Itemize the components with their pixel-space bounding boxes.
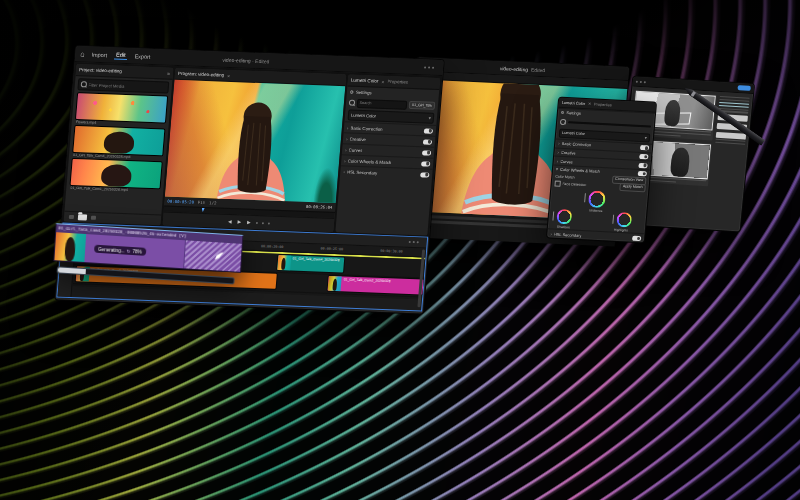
clip-thumbnail [54,232,86,262]
media-thumbnail [76,93,167,122]
midtones-wheel[interactable] [588,191,606,209]
export-frame-button[interactable] [268,222,270,224]
program-tab[interactable]: Program: video-editing [178,71,225,78]
chevron-right-icon: › [558,141,560,146]
back-window-title: video-editing [500,65,529,72]
section-label: HSL Secondary [347,169,378,175]
section-label: Basic Correction [350,125,383,131]
lumetri-search-row: Search 01_Girl_Talk [349,99,436,110]
chevron-right-icon: › [556,158,558,163]
toggle-hsl-secondary[interactable] [420,172,429,177]
timeline-clip-teal[interactable]: 01_Girl_Talk_Cam4_20250328 [277,255,345,273]
clip-label: 01_Girl_Talk_Cam4_20250328 [290,255,342,272]
extract-button[interactable] [262,222,264,224]
toggle-basic-correction[interactable] [640,145,649,150]
preset-label: Lumetri Color [351,113,377,119]
toggle-basic-correction[interactable] [424,128,433,133]
step-back-button[interactable]: ◀ [227,219,233,224]
ruler-tick: 00:00:25:00 [321,246,344,251]
toggle-creative[interactable] [639,154,648,159]
tab-properties[interactable]: Properties [594,101,612,107]
chevron-right-icon: › [550,231,552,236]
section-label: Color Wheels & Match [348,158,392,165]
generating-progress: 78% [132,249,141,255]
clip-thumbnail [277,255,291,270]
workspace-icons[interactable] [424,66,434,68]
section-label: Creative [561,150,576,156]
generating-badge: Generating... ↻ 78% [94,245,146,256]
midtones-slider[interactable] [584,194,586,203]
clip-thumbnail [328,276,342,291]
toggle-color-wheels[interactable] [638,171,647,176]
list-view-icon[interactable] [69,215,74,219]
chevron-right-icon: › [343,169,345,174]
chevron-right-icon: › [346,136,348,141]
highlights-slider[interactable] [612,215,614,224]
project-tab[interactable]: Project: video-editing [79,67,122,74]
media-item-cam1[interactable]: 01_Girl_Talk_Cam1_20250328.mp4 [70,159,161,193]
lift-button[interactable] [256,222,258,224]
close-icon[interactable]: × [381,78,384,84]
home-icon[interactable]: ⌂ [80,50,85,57]
search-input[interactable] [567,121,651,127]
chevron-right-icon: › [345,147,347,152]
new-item-icon[interactable] [91,216,96,220]
review-menu-dots [636,80,646,83]
playhead[interactable] [201,208,204,212]
render-progress-fill [58,267,86,274]
settings-row[interactable]: ⚙ Settings [347,86,440,100]
tab-properties[interactable]: Properties [387,79,408,85]
current-timecode[interactable]: 00:00:05:20 [167,199,194,205]
toggle-hsl-secondary[interactable] [632,235,641,240]
tab-edit[interactable]: Edit [114,50,128,59]
fit-dropdown[interactable]: Fit [198,200,206,205]
toggle-creative[interactable] [423,139,432,144]
share-button[interactable] [737,85,750,90]
highlights-wheel[interactable] [616,212,632,228]
project-tab-row: Project: video-editing ≡ [76,64,174,80]
selected-clip-chip[interactable]: 01_Girl_Talk [409,101,436,110]
settings-label: Settings [356,89,372,95]
resolution-dropdown[interactable]: 1/2 [209,200,217,205]
face-detection-checkbox[interactable] [554,181,560,187]
close-icon[interactable]: × [227,72,230,78]
play-button[interactable]: ▶ [236,219,242,224]
project-search[interactable]: Filter Project Media [77,78,169,93]
timeline-clip-magenta[interactable]: 01_Girl_Talk_Cam2_20250328 [328,276,424,295]
woman-silhouette [186,92,324,203]
search-icon [81,81,87,87]
program-monitor-panel: Program: video-editing × 00:00:05:20 [162,68,346,232]
section-label: Creative [349,136,366,142]
shadows-wheel[interactable] [556,209,572,225]
panel-menu-icon[interactable]: ≡ [167,70,170,76]
media-thumbnail [71,159,162,188]
clip-label: 01_Girl_Talk_Cam2_20250328 [341,276,393,293]
shadows-slider[interactable] [552,212,554,221]
midtones-label: Midtones [589,209,602,214]
tab-export[interactable]: Export [132,52,153,61]
sidebar-thumbnail[interactable] [716,131,747,139]
close-icon[interactable]: × [588,100,591,106]
media-item-flowers[interactable]: Flowers.mp4 [76,93,167,127]
highlights-label: Highlights [614,228,628,233]
generating-label: Generating... [98,246,125,253]
tab-import[interactable]: Import [89,50,109,59]
preset-label: Lumetri Color [562,131,585,136]
search-icon [349,100,355,106]
marketing-composite: video-editing Edited [0,0,800,500]
media-item-cam4[interactable]: 01_Girl_Talk_Cam4_20250328.mp4 [73,126,164,160]
step-forward-button[interactable]: ▶ [246,220,252,225]
gear-icon: ⚙ [350,89,354,94]
ruler-tick: 00:00:20:00 [261,244,284,249]
toggle-curves[interactable] [422,150,431,155]
tab-lumetri-color[interactable]: Lumetri Color [351,78,379,84]
color-match-label: Color Match [555,175,575,180]
timeline-tool-icons[interactable] [409,241,419,243]
tab-lumetri-color[interactable]: Lumetri Color [562,100,586,106]
floating-lumetri-panel: Lumetri Color × Properties ⚙ Settings Lu… [547,98,656,243]
search-input[interactable]: Search [356,98,407,109]
toggle-curves[interactable] [638,163,647,168]
toggle-color-wheels[interactable] [421,161,430,166]
section-hsl-secondary[interactable]: › HSL Secondary [340,165,433,180]
new-folder-icon[interactable] [78,214,87,220]
